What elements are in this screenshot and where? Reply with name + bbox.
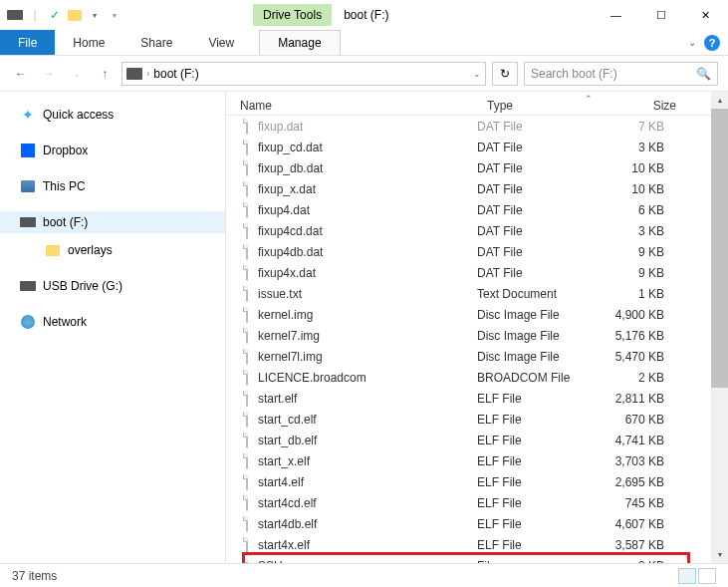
share-tab[interactable]: Share <box>122 30 190 55</box>
breadcrumb-location[interactable]: boot (F:) <box>153 67 198 81</box>
address-dropdown-icon[interactable]: ⌄ <box>473 69 481 79</box>
file-type: ELF File <box>477 496 595 510</box>
search-icon[interactable]: 🔍 <box>696 67 711 81</box>
file-type: Disc Image File <box>477 329 595 343</box>
file-row[interactable]: fixup_db.dat DAT File 10 KB <box>226 157 728 178</box>
file-row[interactable]: start.elf ELF File 2,811 KB <box>226 388 728 409</box>
sidebar-item-network[interactable]: Network <box>0 311 225 333</box>
manage-tab[interactable]: Manage <box>259 30 340 55</box>
file-icon <box>246 516 248 532</box>
icons-view-button[interactable] <box>698 568 716 584</box>
file-icon <box>246 202 248 218</box>
sidebar-item-overlays[interactable]: overlays <box>0 239 225 261</box>
sidebar-item-boot-drive[interactable]: boot (F:) <box>0 211 225 233</box>
file-row[interactable]: start_cd.elf ELF File 670 KB <box>226 409 728 430</box>
file-type: ELF File <box>477 454 595 468</box>
file-size: 2 KB <box>595 371 664 385</box>
address-bar[interactable]: › boot (F:) ⌄ <box>121 62 486 86</box>
navigation-bar: ← → ⌄ ↑ › boot (F:) ⌄ ↻ Search boot (F:)… <box>0 56 728 92</box>
file-row[interactable]: start4x.elf ELF File 3,587 KB <box>226 534 728 555</box>
qat-folder-icon[interactable] <box>66 6 84 24</box>
app-icon[interactable] <box>6 6 24 24</box>
file-type: ELF File <box>477 434 595 447</box>
file-row[interactable]: fixup4cd.dat DAT File 3 KB <box>226 220 728 241</box>
file-tab[interactable]: File <box>0 30 55 55</box>
close-button[interactable]: ✕ <box>683 0 728 30</box>
file-row[interactable]: fixup.dat DAT File 7 KB <box>226 116 728 137</box>
sidebar-item-dropbox[interactable]: Dropbox <box>0 140 225 161</box>
qat-checkmark-icon[interactable]: ✓ <box>46 6 64 24</box>
file-row[interactable]: fixup4x.dat DAT File 9 KB <box>226 262 728 283</box>
file-size: 5,470 KB <box>595 350 664 364</box>
file-name: start4db.elf <box>248 517 477 531</box>
file-row[interactable]: issue.txt Text Document 1 KB <box>226 283 728 304</box>
column-header-size[interactable]: Size <box>607 99 676 113</box>
sort-indicator-icon: ⌃ <box>585 94 593 104</box>
recent-dropdown[interactable]: ⌄ <box>66 63 88 85</box>
details-view-button[interactable] <box>678 568 696 584</box>
vertical-scrollbar[interactable]: ▴ ▾ <box>711 92 728 563</box>
file-list[interactable]: fixup.dat DAT File 7 KB fixup_cd.dat DAT… <box>226 116 728 563</box>
file-row[interactable]: fixup_cd.dat DAT File 3 KB <box>226 137 728 157</box>
file-list-pane: Name Type Size ⌃ fixup.dat DAT File 7 KB… <box>226 92 728 563</box>
file-row[interactable]: kernel.img Disc Image File 4,900 KB <box>226 304 728 325</box>
file-row[interactable]: start_db.elf ELF File 4,741 KB <box>226 430 728 450</box>
scroll-up-button[interactable]: ▴ <box>711 92 728 109</box>
file-row[interactable]: start4db.elf ELF File 4,607 KB <box>226 513 728 534</box>
file-row[interactable]: kernel7.img Disc Image File 5,176 KB <box>226 325 728 346</box>
file-row[interactable]: start4cd.elf ELF File 745 KB <box>226 492 728 513</box>
file-icon <box>246 328 248 344</box>
up-button[interactable]: ↑ <box>94 63 116 85</box>
breadcrumb-separator[interactable]: › <box>146 68 149 79</box>
file-row[interactable]: kernel7l.img Disc Image File 5,470 KB <box>226 346 728 367</box>
file-icon <box>246 181 248 197</box>
file-type: ELF File <box>477 392 595 406</box>
file-icon-cell <box>226 328 248 344</box>
file-row[interactable]: fixup4db.dat DAT File 9 KB <box>226 241 728 262</box>
column-header-name[interactable]: Name <box>226 99 487 113</box>
sidebar-item-quick-access[interactable]: ✦ Quick access <box>0 104 225 126</box>
file-size: 2,811 KB <box>595 392 664 406</box>
minimize-button[interactable]: — <box>594 0 638 30</box>
file-name: kernel7.img <box>248 329 477 343</box>
file-row[interactable]: fixup_x.dat DAT File 10 KB <box>226 178 728 199</box>
file-name: fixup_x.dat <box>248 182 477 196</box>
sidebar-item-usb-drive[interactable]: USB Drive (G:) <box>0 275 225 297</box>
file-size: 1 KB <box>595 287 664 301</box>
file-icon-cell <box>226 391 248 407</box>
file-name: fixup4db.dat <box>248 245 477 259</box>
help-icon[interactable]: ? <box>704 35 720 51</box>
qat-dropdown-icon[interactable]: ▾ <box>86 6 104 24</box>
file-row[interactable]: LICENCE.broadcom BROADCOM File 2 KB <box>226 367 728 388</box>
file-name: fixup_cd.dat <box>248 141 477 154</box>
file-row[interactable]: start4.elf ELF File 2,695 KB <box>226 471 728 492</box>
file-icon <box>246 286 248 302</box>
sidebar-item-this-pc[interactable]: This PC <box>0 175 225 197</box>
file-row[interactable]: start_x.elf ELF File 3,703 KB <box>226 450 728 471</box>
file-type: ELF File <box>477 475 595 489</box>
file-icon-cell <box>226 474 248 490</box>
forward-button[interactable]: → <box>38 63 60 85</box>
file-icon <box>246 474 248 490</box>
file-icon-cell <box>226 119 248 135</box>
back-button[interactable]: ← <box>10 63 32 85</box>
file-icon <box>246 433 248 448</box>
home-tab[interactable]: Home <box>55 30 122 55</box>
search-input[interactable]: Search boot (F:) 🔍 <box>524 62 718 86</box>
file-row[interactable]: SSH File 0 KB <box>226 555 728 563</box>
refresh-button[interactable]: ↻ <box>492 62 518 86</box>
file-row[interactable]: fixup4.dat DAT File 6 KB <box>226 199 728 220</box>
navigation-pane: ✦ Quick access Dropbox This PC boot (F:)… <box>0 92 226 563</box>
file-size: 10 KB <box>595 182 664 196</box>
file-size: 9 KB <box>595 266 664 280</box>
maximize-button[interactable]: ☐ <box>638 0 683 30</box>
file-icon-cell <box>226 160 248 176</box>
ribbon-expand-icon[interactable]: ⌄ <box>688 37 696 48</box>
scroll-down-button[interactable]: ▾ <box>711 546 728 563</box>
view-tab[interactable]: View <box>190 30 252 55</box>
file-name: fixup_db.dat <box>248 161 477 175</box>
file-size: 4,607 KB <box>595 517 664 531</box>
qat-customize[interactable]: ▾ <box>106 6 123 24</box>
file-name: fixup4x.dat <box>248 266 477 280</box>
scroll-thumb[interactable] <box>711 109 728 388</box>
